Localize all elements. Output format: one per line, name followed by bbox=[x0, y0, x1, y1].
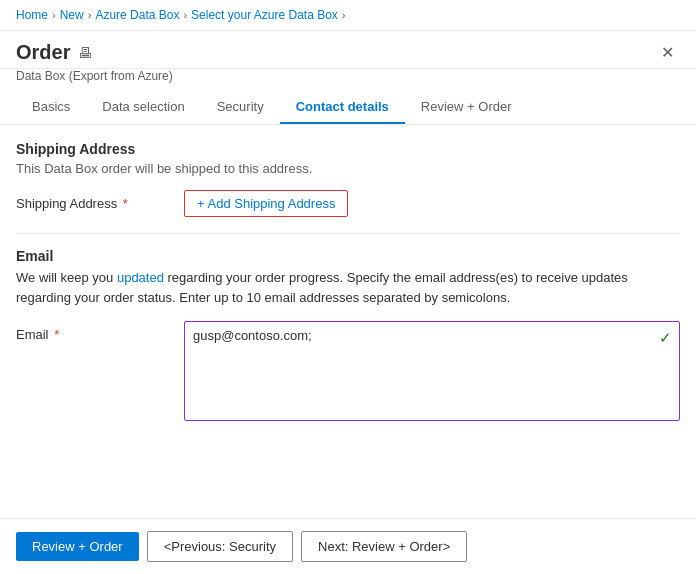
email-section-title: Email bbox=[16, 248, 680, 264]
breadcrumb-new[interactable]: New bbox=[60, 8, 84, 22]
breadcrumb-azure-data-box[interactable]: Azure Data Box bbox=[95, 8, 179, 22]
add-shipping-address-button[interactable]: + Add Shipping Address bbox=[184, 190, 348, 217]
email-section: Email We will keep you updated regarding… bbox=[16, 248, 680, 424]
panel-subtitle: Data Box (Export from Azure) bbox=[0, 69, 696, 91]
tab-data-selection[interactable]: Data selection bbox=[86, 91, 200, 124]
tabs: Basics Data selection Security Contact d… bbox=[0, 91, 696, 125]
email-textarea-wrapper: gusp@contoso.com; ✓ bbox=[184, 321, 680, 424]
main-content: Shipping Address This Data Box order wil… bbox=[0, 125, 696, 456]
shipping-required-marker: * bbox=[123, 196, 128, 211]
panel-title: Order bbox=[16, 41, 70, 64]
tab-basics[interactable]: Basics bbox=[16, 91, 86, 124]
previous-security-button[interactable]: <Previous: Security bbox=[147, 531, 293, 562]
breadcrumb-sep-1: › bbox=[52, 9, 56, 21]
breadcrumb: Home › New › Azure Data Box › Select you… bbox=[0, 0, 696, 31]
footer: Review + Order <Previous: Security Next:… bbox=[0, 518, 696, 574]
shipping-label: Shipping Address * bbox=[16, 190, 176, 211]
email-section-desc: We will keep you updated regarding your … bbox=[16, 268, 680, 307]
email-input[interactable]: gusp@contoso.com; bbox=[184, 321, 680, 421]
breadcrumb-home[interactable]: Home bbox=[16, 8, 48, 22]
tab-contact-details[interactable]: Contact details bbox=[280, 91, 405, 124]
shipping-section: Shipping Address This Data Box order wil… bbox=[16, 141, 680, 217]
shipping-section-title: Shipping Address bbox=[16, 141, 680, 157]
breadcrumb-sep-3: › bbox=[183, 9, 187, 21]
breadcrumb-sep-4: › bbox=[342, 9, 346, 21]
breadcrumb-sep-2: › bbox=[88, 9, 92, 21]
shipping-section-desc: This Data Box order will be shipped to t… bbox=[16, 161, 680, 176]
breadcrumb-select-azure-data-box[interactable]: Select your Azure Data Box bbox=[191, 8, 338, 22]
email-valid-icon: ✓ bbox=[659, 329, 672, 347]
email-required-marker: * bbox=[54, 327, 59, 342]
panel-header: Order 🖶 ✕ bbox=[0, 31, 696, 69]
print-icon[interactable]: 🖶 bbox=[78, 45, 92, 61]
email-label: Email * bbox=[16, 321, 176, 342]
email-highlight: updated bbox=[117, 270, 164, 285]
page-wrapper: Home › New › Azure Data Box › Select you… bbox=[0, 0, 696, 574]
tab-review-order[interactable]: Review + Order bbox=[405, 91, 528, 124]
section-divider bbox=[16, 233, 680, 234]
close-button[interactable]: ✕ bbox=[655, 41, 680, 64]
review-order-button[interactable]: Review + Order bbox=[16, 532, 139, 561]
shipping-address-row: Shipping Address * + Add Shipping Addres… bbox=[16, 190, 680, 217]
next-review-order-button[interactable]: Next: Review + Order> bbox=[301, 531, 467, 562]
panel-title-area: Order 🖶 bbox=[16, 41, 92, 64]
email-row: Email * gusp@contoso.com; ✓ bbox=[16, 321, 680, 424]
tab-security[interactable]: Security bbox=[201, 91, 280, 124]
